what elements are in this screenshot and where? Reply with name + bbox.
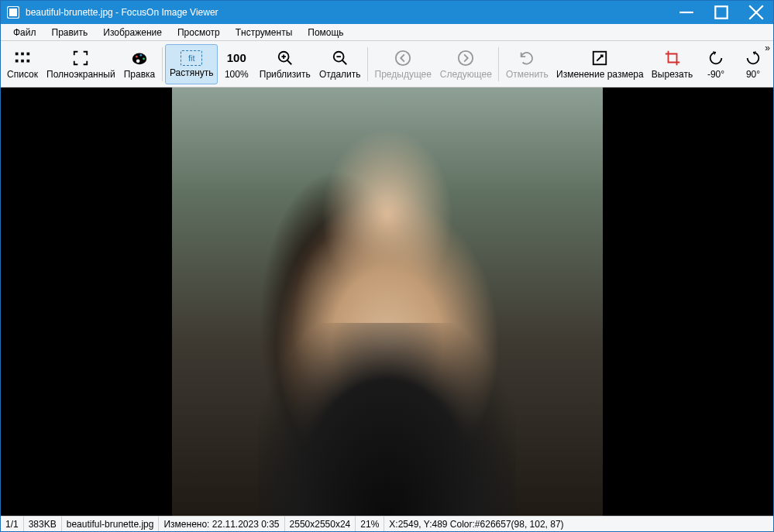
svg-rect-1 (15, 52, 19, 55)
zoomin-button[interactable]: Приблизить (255, 44, 315, 84)
displayed-image (172, 88, 603, 516)
prev-label: Предыдущее (375, 69, 432, 80)
zoomout-button[interactable]: Отдалить (315, 44, 365, 84)
list-label: Список (7, 69, 38, 80)
status-index: 1/1 (1, 517, 24, 531)
status-filename: beautiful-brunette.jpg (62, 517, 160, 531)
hundred-label: 100% (225, 69, 249, 80)
svg-point-11 (136, 59, 140, 63)
brush-label: Правка (124, 69, 156, 80)
svg-rect-0 (715, 6, 727, 18)
svg-point-10 (143, 57, 145, 60)
close-button[interactable] (738, 1, 773, 24)
titlebar: beautiful-brunette.jpg - FocusOn Image V… (1, 1, 773, 24)
list-button[interactable]: Список (2, 44, 43, 84)
hundred-button[interactable]: 100 100% (218, 44, 255, 84)
image-viewport[interactable] (1, 88, 773, 516)
fullscreen-label: Полноэкранный (46, 69, 115, 80)
rotate-right-icon (744, 49, 762, 67)
status-filesize: 383KB (24, 517, 62, 531)
maximize-icon (713, 4, 730, 21)
status-coords: X:2549, Y:489 Color:#626657(98, 102, 87) (384, 517, 773, 531)
grid-icon (13, 49, 32, 67)
fit-icon: fit (181, 50, 202, 66)
close-icon (748, 4, 765, 21)
toolbar-separator (367, 47, 368, 81)
app-window: beautiful-brunette.jpg - FocusOn Image V… (0, 0, 774, 532)
undo-label: Отменить (506, 69, 549, 80)
svg-rect-4 (15, 59, 19, 62)
maximize-button[interactable] (703, 1, 738, 24)
menu-tools[interactable]: Тнструменты (228, 26, 301, 39)
zoomin-icon (276, 49, 294, 67)
rotate-neg90-label: -90° (707, 69, 724, 80)
fit-label: Растянуть (170, 67, 214, 78)
status-zoom: 21% (356, 517, 384, 531)
fullscreen-button[interactable]: Полноэкранный (43, 44, 119, 84)
statusbar: 1/1 383KB beautiful-brunette.jpg Изменен… (1, 516, 773, 531)
svg-point-15 (459, 50, 473, 64)
svg-rect-6 (27, 59, 30, 62)
crop-button[interactable]: Вырезать (647, 44, 697, 84)
minimize-button[interactable] (669, 1, 703, 24)
arrow-right-icon (456, 49, 475, 67)
menu-file[interactable]: Файл (5, 26, 44, 39)
next-label: Следующее (440, 69, 492, 80)
rotate-left-icon (707, 49, 725, 67)
svg-point-14 (396, 50, 410, 64)
status-dimensions: 2550x2550x24 (285, 517, 356, 531)
svg-rect-3 (27, 52, 30, 55)
toolbar: Список Полноэкранный Правка fit Растянут… (1, 41, 773, 88)
menu-edit[interactable]: Править (44, 26, 96, 39)
crop-icon (663, 49, 682, 67)
toolbar-overflow[interactable]: » (765, 43, 770, 53)
rotate-90-label: 90° (746, 69, 760, 80)
svg-rect-2 (21, 52, 24, 55)
status-modified: Изменено: 22.11.2023 0:35 (159, 517, 284, 531)
window-title: beautiful-brunette.jpg - FocusOn Image V… (26, 7, 669, 18)
menu-view[interactable]: Просмотр (170, 26, 228, 39)
minimize-icon (678, 4, 695, 21)
arrow-left-icon (394, 49, 412, 67)
crop-label: Вырезать (652, 69, 693, 80)
brush-button[interactable]: Правка (119, 44, 160, 84)
toolbar-separator (162, 47, 163, 81)
resize-icon (590, 49, 609, 67)
svg-rect-5 (21, 59, 24, 62)
hundred-icon: 100 (227, 49, 246, 67)
rotate-neg90-button[interactable]: -90° (697, 44, 734, 84)
app-icon (7, 6, 19, 19)
next-button[interactable]: Следующее (435, 44, 496, 84)
resize-button[interactable]: Изменение размера (553, 44, 647, 84)
undo-button[interactable]: Отменить (501, 44, 552, 84)
palette-icon (130, 49, 149, 67)
fullscreen-icon (71, 49, 90, 67)
resize-label: Изменение размера (556, 69, 644, 80)
prev-button[interactable]: Предыдущее (370, 44, 435, 84)
menubar: Файл Править Изображение Просмотр Тнстру… (1, 24, 773, 41)
zoomin-label: Приблизить (260, 69, 311, 80)
menu-help[interactable]: Помощь (300, 26, 351, 39)
toolbar-separator (498, 47, 499, 81)
fit-button[interactable]: fit Растянуть (165, 44, 218, 84)
zoomout-icon (331, 49, 349, 67)
undo-icon (518, 49, 536, 67)
svg-point-9 (139, 53, 142, 56)
svg-point-8 (136, 55, 138, 57)
zoomout-label: Отдалить (319, 69, 361, 80)
menu-image[interactable]: Изображение (95, 26, 170, 39)
